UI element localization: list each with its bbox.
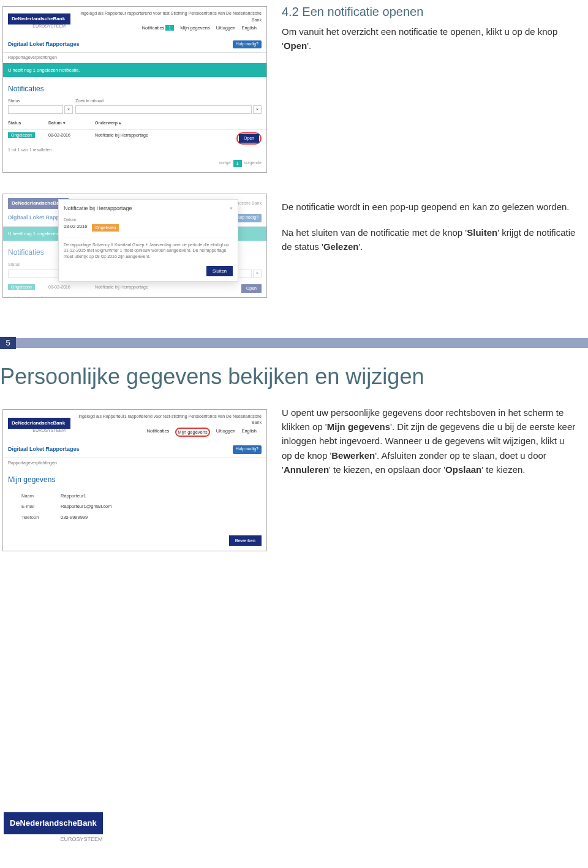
- nav-notificaties[interactable]: Notificaties 1: [142, 25, 175, 32]
- section-title: Mijn gegevens: [3, 468, 266, 489]
- nav-uitloggen[interactable]: Uitloggen: [216, 428, 236, 437]
- nav-mijn-gegevens[interactable]: Mijn gegevens: [180, 25, 209, 32]
- clear-search-button[interactable]: ×: [253, 105, 262, 114]
- section-5-title: Persoonlijke gegevens bekijken en wijzig…: [0, 355, 588, 403]
- eurosysteem-label: EUROSYSTEEM: [12, 23, 70, 30]
- section-4-2-p1: Om vanuit het overzicht een notificatie …: [282, 25, 576, 53]
- cell-onderwerp: Notificatie bij Herrapportage: [95, 132, 226, 145]
- section-title: Notificaties: [3, 77, 266, 98]
- popup-status-badge: Ongelezen: [92, 224, 119, 232]
- nav-english[interactable]: English: [241, 428, 257, 437]
- popup-date: 08-02-2016: [64, 223, 87, 230]
- nav-uitloggen[interactable]: Uitloggen: [216, 25, 236, 32]
- filter-search-input[interactable]: [75, 105, 252, 114]
- popup-body: De rapportage Solvency II Kwartaal Groep…: [64, 238, 233, 260]
- results-count: 1 tot 1 van 1 resultaten: [3, 147, 266, 157]
- open-button-highlight: Open: [236, 132, 262, 145]
- footer-logo: DeNederlandscheBank EUROSYSTEEM: [4, 812, 103, 843]
- th-datum[interactable]: Datum ▾: [48, 120, 91, 127]
- clear-status-button[interactable]: ×: [64, 105, 73, 114]
- dnb-logo: DeNederlandscheBank: [4, 812, 103, 834]
- open-button[interactable]: Open: [239, 134, 259, 143]
- screenshot-notificatie-popup: DeNederlandscheBank Ingelogd als Rapport…: [2, 194, 267, 298]
- notification-popup: Notificatie bij Herrapportage × Datum 08…: [58, 199, 238, 282]
- popup-date-label: Datum: [64, 217, 233, 224]
- filter-status-label: Status: [8, 98, 73, 105]
- nav-english[interactable]: English: [241, 25, 257, 32]
- login-line: Ingelogd als Rapporteur rapporterend voo…: [70, 10, 262, 23]
- section-5-p: U opent uw persoonlijke gegevens door re…: [282, 406, 576, 477]
- pager-current: 1: [233, 160, 242, 168]
- status-badge: Ongelezen: [8, 132, 35, 138]
- table-row: Ongelezen 08-02-2016 Notificatie bij Her…: [3, 130, 266, 148]
- nav-mijn-gegevens[interactable]: Mijn gegevens: [178, 429, 207, 435]
- filter-search-label: Zoek in inhoud: [75, 98, 262, 105]
- section-5-bar: [16, 338, 588, 348]
- screenshot-notificaties-overview: DeNederlandscheBank EUROSYSTEEM Ingelogd…: [2, 6, 267, 173]
- th-status[interactable]: Status: [8, 120, 45, 127]
- help-button[interactable]: Hulp nodig?: [233, 445, 262, 454]
- nav-notificaties[interactable]: Notificaties: [147, 428, 170, 437]
- th-onderwerp[interactable]: Onderwerp ▴: [95, 120, 226, 127]
- eurosysteem-label: EUROSYSTEEM: [12, 428, 70, 434]
- screenshot-mijn-gegevens: DeNederlandscheBank EUROSYSTEEM Ingelogd…: [2, 409, 267, 551]
- login-line: Ingelogd als Rapporteur1 rapporterend vo…: [70, 413, 262, 426]
- field-naam: Naam Rapporteur1: [21, 492, 260, 499]
- field-telefoon: Telefoon 030-9999999: [21, 514, 260, 521]
- section-4-2-heading: 4.2 Een notificatie openen: [282, 2, 576, 21]
- help-button[interactable]: Hulp nodig?: [233, 40, 262, 49]
- field-email: E-mail Rapporteur1@gmail.com: [21, 503, 260, 510]
- section-5-marker: 5: [0, 337, 588, 349]
- breadcrumb[interactable]: Rapportageverplichtingen: [3, 53, 266, 63]
- breadcrumb[interactable]: Rapportageverplichtingen: [3, 458, 266, 469]
- nav-mijn-gegevens-highlight: Mijn gegevens: [175, 428, 209, 437]
- section-4-2-p2: De notificatie wordt in een pop-up geope…: [282, 200, 576, 214]
- pager-prev[interactable]: vorige: [219, 160, 231, 168]
- cell-datum: 08-02-2016: [48, 132, 91, 145]
- filter-status-select[interactable]: [8, 105, 63, 114]
- app-title: Digitaal Loket Rapportages: [8, 40, 80, 49]
- section-4-2-p3: Na het sluiten van de notificatie met de…: [282, 225, 576, 254]
- edit-button[interactable]: Bewerken: [229, 535, 262, 546]
- popup-close-button[interactable]: Sluiten: [206, 266, 233, 276]
- section-5-number: 5: [0, 337, 16, 349]
- popup-title: Notificatie bij Herrapportage: [64, 205, 132, 213]
- unread-banner: U heeft nog 1 ongelezen notificatie.: [3, 63, 266, 77]
- popup-close-icon[interactable]: ×: [230, 205, 233, 213]
- pager-next[interactable]: volgende: [244, 160, 262, 168]
- eurosysteem-label: EUROSYSTEEM: [4, 836, 103, 844]
- app-title: Digitaal Loket Rapportages: [8, 445, 80, 454]
